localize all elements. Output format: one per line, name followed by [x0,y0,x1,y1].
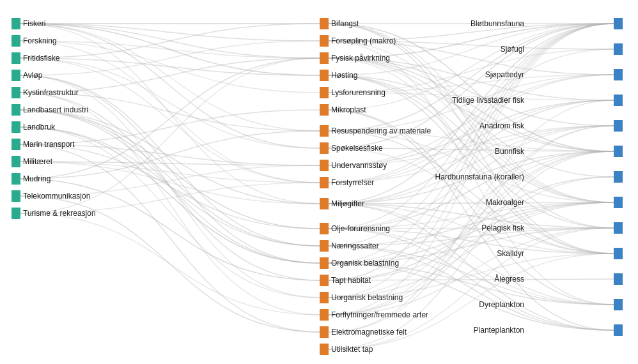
svg-text:Hardbunnsfauna (koraller): Hardbunnsfauna (koraller) [435,172,524,181]
svg-text:Miljøgifter: Miljøgifter [331,199,364,208]
svg-rect-30 [320,70,329,81]
svg-text:Dyreplankton: Dyreplankton [479,300,524,309]
svg-rect-26 [320,35,329,47]
svg-text:Makroalger: Makroalger [486,198,524,207]
svg-text:Marin transport: Marin transport [23,140,75,149]
svg-text:Lysforurensning: Lysforurensning [331,88,385,97]
svg-rect-42 [320,177,329,188]
sankey-chart: FiskeriForskningFritidsfiskeAvløpKystinf… [0,0,638,364]
svg-rect-8 [12,87,20,98]
svg-rect-24 [320,18,329,29]
svg-text:Utilsiktet tap: Utilsiktet tap [331,345,373,354]
svg-rect-18 [12,173,20,185]
svg-text:Mikroplast: Mikroplast [331,105,366,114]
svg-text:Landbruk: Landbruk [23,123,56,132]
svg-rect-80 [614,248,623,259]
svg-rect-46 [320,223,329,234]
sankey-svg: FiskeriForskningFritidsfiskeAvløpKystinf… [0,0,638,364]
svg-rect-82 [614,273,623,285]
svg-text:Bifangst: Bifangst [331,19,359,28]
svg-text:Militæret: Militæret [23,157,53,166]
svg-rect-64 [614,43,623,55]
svg-rect-14 [12,139,20,150]
svg-text:Skalldyr: Skalldyr [497,249,524,258]
svg-text:Mudring: Mudring [23,174,51,183]
svg-rect-86 [614,324,623,336]
svg-rect-62 [614,18,623,29]
svg-rect-36 [320,125,329,137]
svg-text:Anadrom fisk: Anadrom fisk [479,121,525,130]
svg-rect-74 [614,171,623,183]
svg-text:Elektromagnetiske felt: Elektromagnetiske felt [331,328,407,337]
svg-rect-28 [320,52,329,64]
svg-text:Undervannsstøy: Undervannsstøy [331,161,387,170]
svg-rect-6 [12,70,20,81]
svg-rect-16 [12,156,20,167]
svg-text:Organisk belastning: Organisk belastning [331,259,399,268]
svg-text:Næringssalter: Næringssalter [331,241,379,250]
svg-rect-12 [12,121,20,133]
svg-text:Avløp: Avløp [23,71,43,80]
svg-rect-66 [614,69,623,80]
svg-rect-48 [320,240,329,252]
svg-rect-70 [614,120,623,132]
svg-text:Sjøfugl: Sjøfugl [501,45,524,54]
svg-text:Tidlige livsstadier fisk: Tidlige livsstadier fisk [452,96,525,105]
svg-text:Olje-forurensning: Olje-forurensning [331,224,390,233]
svg-rect-50 [320,257,329,269]
svg-rect-78 [614,222,623,234]
svg-rect-38 [320,142,329,154]
svg-rect-52 [320,275,329,286]
svg-text:Landbasert industri: Landbasert industri [23,105,88,114]
svg-rect-76 [614,197,623,208]
svg-text:Fysisk påvirkning: Fysisk påvirkning [331,54,390,63]
svg-text:Ålegress: Ålegress [494,274,524,284]
svg-rect-84 [614,299,623,310]
svg-rect-40 [320,160,329,171]
svg-rect-0 [12,18,20,29]
svg-text:Resuspendering av materiale: Resuspendering av materiale [331,126,431,135]
svg-text:Kystinfrastruktur: Kystinfrastruktur [23,88,79,97]
svg-rect-56 [320,309,329,321]
svg-rect-34 [320,104,329,116]
svg-text:Forsøpling (makro): Forsøpling (makro) [331,36,396,45]
svg-text:Telekommunikasjon: Telekommunikasjon [23,192,90,201]
svg-rect-2 [12,35,20,47]
svg-text:Forflytninger/fremmede arter: Forflytninger/fremmede arter [331,310,428,319]
svg-text:Planteplankton: Planteplankton [474,326,524,335]
svg-rect-44 [320,198,329,209]
svg-text:Forstyrrelser: Forstyrrelser [331,178,374,187]
svg-text:Tapt habitat: Tapt habitat [331,276,371,285]
svg-text:Spøkelsesfiske: Spøkelsesfiske [331,144,383,153]
svg-rect-72 [614,146,623,157]
svg-text:Sjøpattedyr: Sjøpattedyr [485,70,524,79]
svg-text:Fiskeri: Fiskeri [23,19,45,28]
svg-text:Pelagisk fisk: Pelagisk fisk [481,224,525,232]
svg-text:Bunnfisk: Bunnfisk [495,147,525,156]
svg-text:Forskning: Forskning [23,36,57,45]
svg-text:Turisme & rekreasjon: Turisme & rekreasjon [23,209,96,218]
svg-rect-58 [320,326,329,338]
svg-rect-60 [320,344,329,355]
svg-rect-20 [12,190,20,202]
svg-text:Bløtbunnsfauna: Bløtbunnsfauna [471,19,524,28]
svg-rect-68 [614,95,623,106]
svg-text:Fritidsfiske: Fritidsfiske [23,54,60,63]
svg-rect-54 [320,292,329,303]
svg-text:Uorganisk belastning: Uorganisk belastning [331,293,403,302]
svg-rect-4 [12,52,20,64]
svg-text:Høsting: Høsting [331,71,357,80]
svg-rect-22 [12,208,20,219]
svg-rect-10 [12,104,20,116]
svg-rect-32 [320,87,329,98]
